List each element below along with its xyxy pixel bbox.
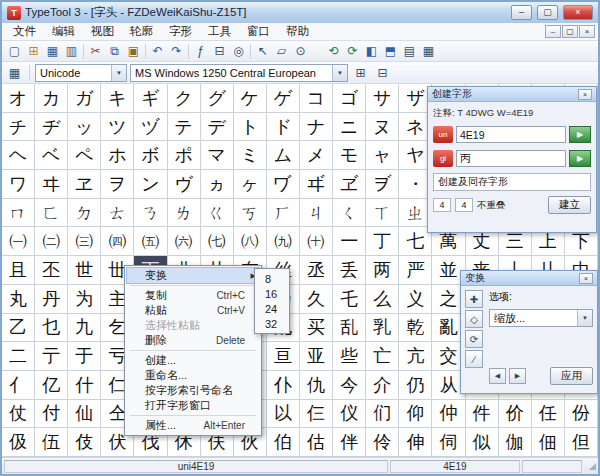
glyph-cell[interactable]: ㈨ — [267, 227, 300, 256]
glyph-cell[interactable]: ク — [168, 84, 201, 113]
close-icon[interactable]: × — [578, 89, 592, 100]
context-menu-item[interactable]: 变换▶ — [127, 268, 259, 283]
close-button[interactable]: × — [563, 5, 593, 20]
glyph-cell[interactable]: ン — [134, 170, 167, 199]
glyph-cell[interactable]: 仍 — [399, 371, 432, 400]
glyph-cell[interactable]: 两 — [366, 256, 399, 285]
glyph-cell[interactable]: 丁 — [366, 227, 399, 256]
glyph-cell[interactable]: 乙 — [2, 314, 35, 343]
glyph-cell[interactable]: ギ — [134, 84, 167, 113]
context-menu-item[interactable]: 复制Ctrl+C — [127, 288, 259, 303]
close-icon[interactable]: × — [579, 273, 593, 284]
menubar-item[interactable]: 窗口 — [239, 23, 278, 40]
glyph-cell[interactable]: ド — [267, 113, 300, 142]
save-icon[interactable]: ▦ — [43, 42, 62, 60]
glyph-cell[interactable]: テ — [168, 113, 201, 142]
mdi-close-button[interactable]: × — [579, 25, 595, 38]
metric-field-b[interactable]: 4 — [455, 198, 473, 212]
glyph-cell[interactable]: ミ — [234, 141, 267, 170]
glyph-cell[interactable]: ㈤ — [134, 227, 167, 256]
glyph-cell[interactable]: 仗 — [2, 400, 35, 429]
glyph-cell[interactable]: 九 — [68, 314, 101, 343]
glyph-cell[interactable]: ツ — [101, 113, 134, 142]
go-to-glyph-button[interactable]: ▶ — [569, 150, 591, 167]
glyph-cell[interactable]: ッ — [68, 113, 101, 142]
glyph-cell[interactable]: ヘ — [2, 141, 35, 170]
glyph-cell[interactable]: 仆 — [267, 371, 300, 400]
move-tool-icon[interactable]: ✚ — [465, 290, 483, 308]
context-menu-item[interactable]: 创建... — [127, 353, 259, 368]
glyph-cell[interactable]: 估 — [300, 428, 333, 457]
glyph-cell[interactable]: ヅ — [134, 113, 167, 142]
glyph-cell[interactable]: メ — [300, 141, 333, 170]
glyph-cell[interactable]: 亻 — [2, 371, 35, 400]
chevron-down-icon[interactable]: ▼ — [111, 65, 126, 81]
glyph-cell[interactable]: キ — [101, 84, 134, 113]
glyph-cell[interactable]: 价 — [499, 400, 532, 429]
glyph-cell[interactable]: 亘 — [267, 342, 300, 371]
eraser-tool-icon[interactable]: ▱ — [272, 42, 291, 60]
palette-titlebar[interactable]: 变换 × — [461, 271, 597, 286]
context-menu-item[interactable]: 选择性粘贴 — [127, 318, 259, 333]
glyph-cell[interactable]: 伸 — [399, 428, 432, 457]
glyph-cell[interactable]: 仰 — [399, 400, 432, 429]
glyph-cell[interactable]: 仪 — [333, 400, 366, 429]
glyph-cell[interactable]: ヹ — [333, 170, 366, 199]
rotate-right-icon[interactable]: ⟳ — [343, 42, 362, 60]
glyph-cell[interactable]: 义 — [399, 285, 432, 314]
glyph-cell[interactable]: ホ — [101, 141, 134, 170]
transform-action-select[interactable]: 缩放... ▼ — [489, 309, 593, 327]
glyph-cell[interactable]: 件 — [466, 400, 499, 429]
context-menu-item[interactable]: 重命名... — [127, 368, 259, 383]
glyph-cell[interactable]: 丢 — [333, 256, 366, 285]
metric-field-a[interactable]: 4 — [433, 198, 451, 212]
glyph-cell[interactable]: ㈦ — [201, 227, 234, 256]
glyph-cell[interactable]: 仇 — [300, 371, 333, 400]
font-info-icon[interactable]: ƒ — [191, 42, 210, 60]
glyph-cell[interactable]: ㄒ — [366, 199, 399, 228]
glyph-cell[interactable]: ヱ — [68, 170, 101, 199]
new-icon[interactable]: ▢ — [5, 42, 24, 60]
chevron-down-icon[interactable]: ▼ — [577, 310, 592, 326]
zoom-tool-icon[interactable]: ⊙ — [291, 42, 310, 60]
glyph-cell[interactable]: ヰ — [35, 170, 68, 199]
rotate-tool-icon[interactable]: ⟳ — [465, 330, 483, 348]
palette-titlebar[interactable]: 创建字形 × — [428, 87, 596, 102]
glyph-cell[interactable]: ヌ — [366, 113, 399, 142]
glyph-cell[interactable]: 似 — [466, 428, 499, 457]
codepage-select[interactable]: MS Windows 1250 Central European ▼ — [130, 64, 348, 82]
glyph-cell[interactable]: ャ — [366, 141, 399, 170]
glyph-cell[interactable]: ㄌ — [168, 199, 201, 228]
glyph-cell[interactable]: 仨 — [300, 400, 333, 429]
glyph-cell[interactable]: 为 — [68, 285, 101, 314]
glyph-cell[interactable]: ニ — [333, 113, 366, 142]
glyph-cell[interactable]: ヴ — [168, 170, 201, 199]
undo-icon[interactable]: ↶ — [148, 42, 167, 60]
glyph-cell[interactable]: 亍 — [35, 342, 68, 371]
glyph-cell[interactable]: 丸 — [2, 285, 35, 314]
create-option[interactable]: 创建及同存字形 — [433, 173, 591, 191]
glyph-cell[interactable]: ㄊ — [101, 199, 134, 228]
glyph-cell[interactable]: 付 — [35, 400, 68, 429]
glyph-cell[interactable]: グ — [201, 84, 234, 113]
cell-grid-icon[interactable]: ▦ — [419, 42, 438, 60]
glyph-cell[interactable]: ヶ — [234, 170, 267, 199]
glyph-cell[interactable]: ㄐ — [300, 199, 333, 228]
preview-icon[interactable]: ◎ — [229, 42, 248, 60]
context-menu-item[interactable]: 按字形索引号命名 — [127, 383, 259, 398]
glyph-cell[interactable]: 亡 — [366, 342, 399, 371]
glyph-cell[interactable]: 但 — [565, 428, 598, 457]
glyph-cell[interactable]: ㄇ — [2, 199, 35, 228]
menubar-item[interactable]: 工具 — [200, 23, 239, 40]
glyph-cell[interactable]: 于 — [68, 342, 101, 371]
glyph-cell[interactable]: 买 — [300, 314, 333, 343]
glyph-cell[interactable]: 仲 — [432, 400, 465, 429]
glyph-cell[interactable]: チ — [2, 113, 35, 142]
glyph-cell[interactable]: ヵ — [201, 170, 234, 199]
unicode-field[interactable]: 4E19 — [456, 126, 566, 143]
print-icon[interactable]: ▥ — [62, 42, 81, 60]
menubar-item[interactable]: 编辑 — [44, 23, 83, 40]
glyph-cell[interactable]: サ — [366, 84, 399, 113]
glyph-cell[interactable]: ベ — [35, 141, 68, 170]
menubar-item[interactable]: 文件 — [5, 23, 44, 40]
